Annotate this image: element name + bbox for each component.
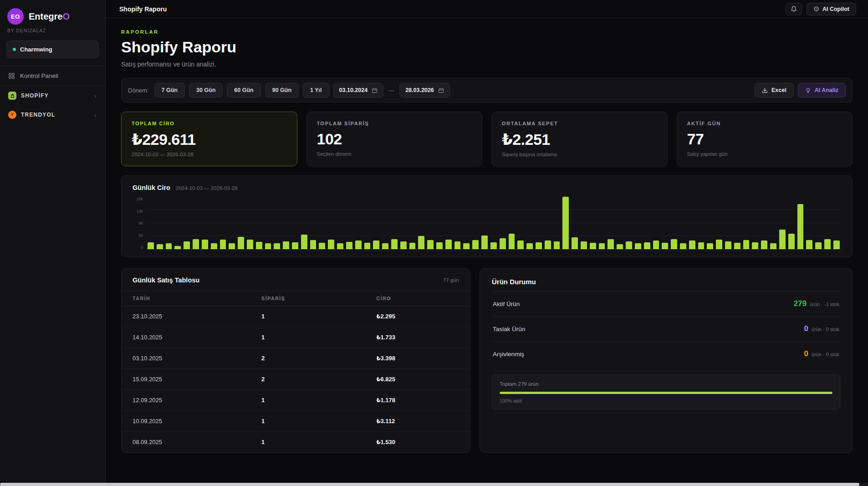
- bar: [472, 240, 479, 249]
- bar: [391, 239, 398, 249]
- cell-ciro: ₺1.733: [365, 327, 470, 348]
- bar: [346, 242, 352, 249]
- calendar-icon: [438, 87, 444, 93]
- product-status-row: Arşivlenmiş0ürün · 0 stok: [492, 341, 840, 366]
- bar: [716, 240, 722, 249]
- cell-tarih: 03.10.2025: [122, 348, 250, 369]
- bar: [409, 243, 416, 249]
- column-header-siparis: SİPARİŞ: [250, 291, 365, 306]
- cell-ciro: ₺1.530: [365, 432, 470, 453]
- product-row-suffix: ürün · 0 stok: [812, 352, 839, 357]
- range-button[interactable]: 30 Gün: [189, 83, 223, 97]
- sidebar-item-label: Kontrol Paneli: [20, 72, 58, 79]
- daily-sales-table: TARİH SİPARİŞ CİRO 23.10.20251₺2.29514.1…: [122, 291, 470, 452]
- store-selector[interactable]: Charmwing: [6, 41, 99, 58]
- range-button[interactable]: 1 Yıl: [303, 83, 329, 97]
- cell-tarih: 23.10.2025: [122, 306, 250, 327]
- table-row: 15.09.20252₺6.825: [122, 369, 470, 390]
- date-to-input[interactable]: 28.03.2026: [399, 83, 450, 97]
- topbar: Shopify Raporu AI Copilot: [106, 0, 868, 18]
- sidebar-item-trendyol[interactable]: TRENDYOL ›: [0, 105, 105, 124]
- stat-card: TOPLAM CİRO₺229.6112024-10-03 — 2026-03-…: [121, 112, 297, 166]
- page-content: RAPORLAR Shopify Raporu Satış performans…: [106, 18, 868, 486]
- ai-copilot-button[interactable]: AI Copilot: [807, 3, 856, 15]
- filter-bar: Dönem: 7 Gün30 Gün60 Gün90 Gün1 Yıl 03.1…: [121, 78, 853, 102]
- sidebar-item-label: TRENDYOL: [21, 112, 56, 118]
- bar: [554, 241, 560, 249]
- topbar-title: Shopify Raporu: [119, 5, 167, 13]
- bar: [310, 240, 317, 249]
- sidebar-item-shopify[interactable]: SHOPİFY ›: [0, 86, 105, 105]
- stat-value: 102: [317, 130, 472, 148]
- bar: [292, 242, 298, 249]
- cell-siparis: 2: [250, 369, 365, 390]
- sidebar-item-kontrol-paneli[interactable]: Kontrol Paneli: [0, 66, 105, 86]
- bar: [202, 240, 208, 249]
- stat-value: 77: [687, 130, 842, 148]
- stat-value: ₺2.251: [502, 130, 657, 148]
- cell-tarih: 08.09.2025: [122, 432, 250, 453]
- logo: EO EntegreO: [0, 0, 105, 26]
- page-subtitle: Satış performansı ve ürün analizi.: [121, 61, 853, 68]
- bar: [626, 241, 632, 249]
- trendyol-icon: [8, 111, 16, 119]
- stat-card: TOPLAM SİPARİŞ102Seçilen dönem: [306, 112, 483, 166]
- chart-y-axis: 18k14k9k5k0: [133, 197, 146, 250]
- bar: [337, 243, 343, 249]
- ai-analiz-button[interactable]: AI Analiz: [798, 83, 846, 97]
- store-status-dot: [13, 48, 16, 51]
- cell-siparis: 2: [250, 348, 365, 369]
- scrollbar-thumb[interactable]: [0, 483, 859, 486]
- column-header-tarih: TARİH: [122, 291, 250, 306]
- bar: [274, 243, 280, 249]
- bar: [698, 242, 705, 249]
- table-row: 08.09.20251₺1.530: [122, 432, 470, 453]
- bar: [779, 230, 786, 249]
- stats-row: TOPLAM CİRO₺229.6112024-10-03 — 2026-03-…: [121, 112, 853, 166]
- bell-icon: [791, 6, 797, 12]
- bar: [545, 240, 551, 249]
- bar: [373, 240, 379, 249]
- bar: [382, 243, 388, 249]
- bar: [283, 241, 289, 249]
- bar: [562, 197, 569, 249]
- bar: [301, 235, 307, 249]
- product-row-value-group: 0ürün · 0 stok: [804, 349, 839, 358]
- bar: [581, 241, 587, 249]
- cell-tarih: 12.09.2025: [122, 390, 250, 411]
- active-percent-label: 100% aktif: [500, 398, 832, 404]
- bar: [211, 243, 217, 249]
- stat-label: TOPLAM CİRO: [132, 121, 287, 126]
- bar: [761, 240, 767, 249]
- bar: [653, 240, 659, 249]
- progress-fill: [500, 392, 832, 394]
- notifications-button[interactable]: [786, 3, 802, 15]
- bar: [445, 240, 452, 249]
- excel-export-button[interactable]: Excel: [755, 83, 794, 97]
- bar: [174, 246, 181, 249]
- cell-tarih: 15.09.2025: [122, 369, 250, 390]
- dashboard-grid-icon: [8, 72, 15, 79]
- bar: [526, 243, 533, 249]
- stat-sub: Sipariş başına ortalama: [502, 152, 657, 157]
- cell-siparis: 1: [250, 411, 365, 432]
- product-row-suffix: ürün · 0 stok: [812, 327, 839, 332]
- product-status-row: Taslak Ürün0ürün · 0 stok: [492, 316, 840, 341]
- product-row-label: Aktif Ürün: [493, 301, 520, 307]
- range-button[interactable]: 7 Gün: [154, 83, 185, 97]
- bar: [184, 241, 190, 249]
- range-button[interactable]: 60 Gün: [227, 83, 260, 97]
- bar: [689, 240, 695, 249]
- horizontal-scrollbar[interactable]: [0, 483, 868, 486]
- stat-sub: Satış yapılan gün: [687, 151, 842, 157]
- brand-accent: O: [62, 11, 70, 21]
- range-button[interactable]: 90 Gün: [265, 83, 299, 97]
- bar: [265, 243, 271, 249]
- y-tick-label: 5k: [138, 233, 143, 238]
- bar: [427, 240, 434, 249]
- date-from-input[interactable]: 03.10.2024: [333, 83, 384, 97]
- column-header-ciro: CİRO: [365, 291, 470, 306]
- table-title: Günlük Satış Tablosu: [133, 276, 199, 284]
- bar: [256, 242, 262, 249]
- bar: [572, 237, 578, 249]
